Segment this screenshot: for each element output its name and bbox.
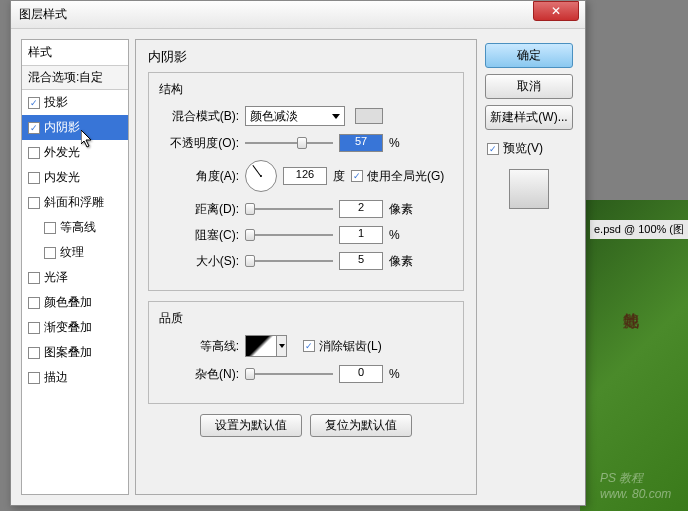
reset-default-button[interactable]: 复位为默认值 bbox=[310, 414, 412, 437]
style-checkbox[interactable] bbox=[28, 97, 40, 109]
style-label: 内阴影 bbox=[44, 119, 80, 136]
set-default-button[interactable]: 设置为默认值 bbox=[200, 414, 302, 437]
style-item-4[interactable]: 斜面和浮雕 bbox=[22, 190, 128, 215]
blend-mode-combo[interactable]: 颜色减淡 bbox=[245, 106, 345, 126]
choke-slider[interactable] bbox=[245, 234, 333, 236]
style-item-3[interactable]: 内发光 bbox=[22, 165, 128, 190]
style-checkbox[interactable] bbox=[28, 372, 40, 384]
style-label: 颜色叠加 bbox=[44, 294, 92, 311]
styles-list: 样式 混合选项:自定 投影内阴影外发光内发光斜面和浮雕等高线纹理光泽颜色叠加渐变… bbox=[21, 39, 129, 495]
contour-label: 等高线: bbox=[159, 338, 239, 355]
antialias-label: 消除锯齿(L) bbox=[319, 338, 382, 355]
global-light-checkbox[interactable] bbox=[351, 170, 363, 182]
styles-header[interactable]: 样式 bbox=[22, 40, 128, 66]
distance-slider[interactable] bbox=[245, 208, 333, 210]
preview-label: 预览(V) bbox=[503, 140, 543, 157]
style-checkbox[interactable] bbox=[28, 172, 40, 184]
preview-swatch bbox=[509, 169, 549, 209]
style-checkbox[interactable] bbox=[28, 122, 40, 134]
antialias-checkbox[interactable] bbox=[303, 340, 315, 352]
style-checkbox[interactable] bbox=[28, 272, 40, 284]
style-label: 斜面和浮雕 bbox=[44, 194, 104, 211]
opacity-slider[interactable] bbox=[245, 142, 333, 144]
style-item-9[interactable]: 渐变叠加 bbox=[22, 315, 128, 340]
contour-swatch[interactable] bbox=[245, 335, 277, 357]
style-label: 光泽 bbox=[44, 269, 68, 286]
structure-group: 结构 混合模式(B): 颜色减淡 不透明度(O): 57 % 角度 bbox=[148, 72, 464, 291]
blend-mode-label: 混合模式(B): bbox=[159, 108, 239, 125]
style-checkbox[interactable] bbox=[28, 147, 40, 159]
style-item-7[interactable]: 光泽 bbox=[22, 265, 128, 290]
style-checkbox[interactable] bbox=[44, 247, 56, 259]
style-label: 渐变叠加 bbox=[44, 319, 92, 336]
style-label: 纹理 bbox=[60, 244, 84, 261]
chevron-down-icon bbox=[332, 114, 340, 119]
bg-watermark: PS 教程 www. 80.com bbox=[600, 470, 671, 501]
style-checkbox[interactable] bbox=[28, 322, 40, 334]
style-item-8[interactable]: 颜色叠加 bbox=[22, 290, 128, 315]
layer-style-dialog: 图层样式 ✕ 样式 混合选项:自定 投影内阴影外发光内发光斜面和浮雕等高线纹理光… bbox=[10, 0, 586, 506]
dialog-title: 图层样式 bbox=[19, 6, 533, 23]
opacity-label: 不透明度(O): bbox=[159, 135, 239, 152]
angle-unit: 度 bbox=[333, 168, 345, 185]
choke-unit: % bbox=[389, 228, 400, 242]
distance-input[interactable]: 2 bbox=[339, 200, 383, 218]
noise-slider[interactable] bbox=[245, 373, 333, 375]
choke-input[interactable]: 1 bbox=[339, 226, 383, 244]
panel-title: 内阴影 bbox=[148, 48, 464, 66]
quality-title: 品质 bbox=[159, 310, 453, 327]
size-slider[interactable] bbox=[245, 260, 333, 262]
cancel-button[interactable]: 取消 bbox=[485, 74, 573, 99]
size-unit: 像素 bbox=[389, 253, 413, 270]
angle-input[interactable]: 126 bbox=[283, 167, 327, 185]
style-checkbox[interactable] bbox=[44, 222, 56, 234]
structure-title: 结构 bbox=[159, 81, 453, 98]
style-label: 描边 bbox=[44, 369, 68, 386]
noise-unit: % bbox=[389, 367, 400, 381]
style-item-6[interactable]: 纹理 bbox=[22, 240, 128, 265]
noise-input[interactable]: 0 bbox=[339, 365, 383, 383]
style-item-2[interactable]: 外发光 bbox=[22, 140, 128, 165]
style-label: 内发光 bbox=[44, 169, 80, 186]
ok-button[interactable]: 确定 bbox=[485, 43, 573, 68]
dialog-buttons: 确定 取消 新建样式(W)... 预览(V) bbox=[483, 39, 575, 495]
style-item-5[interactable]: 等高线 bbox=[22, 215, 128, 240]
style-item-1[interactable]: 内阴影 bbox=[22, 115, 128, 140]
document-tab[interactable]: e.psd @ 100% (图 bbox=[590, 220, 688, 239]
angle-label: 角度(A): bbox=[159, 168, 239, 185]
noise-label: 杂色(N): bbox=[159, 366, 239, 383]
style-label: 投影 bbox=[44, 94, 68, 111]
preview-checkbox[interactable] bbox=[487, 143, 499, 155]
distance-unit: 像素 bbox=[389, 201, 413, 218]
distance-label: 距离(D): bbox=[159, 201, 239, 218]
global-light-label: 使用全局光(G) bbox=[367, 168, 444, 185]
choke-label: 阻塞(C): bbox=[159, 227, 239, 244]
contour-dropdown[interactable] bbox=[277, 335, 287, 357]
style-checkbox[interactable] bbox=[28, 347, 40, 359]
style-checkbox[interactable] bbox=[28, 297, 40, 309]
background-image: 他她我等 PS 教程 www. 80.com bbox=[580, 200, 688, 511]
style-checkbox[interactable] bbox=[28, 197, 40, 209]
style-label: 等高线 bbox=[60, 219, 96, 236]
blend-options-item[interactable]: 混合选项:自定 bbox=[22, 66, 128, 90]
new-style-button[interactable]: 新建样式(W)... bbox=[485, 105, 573, 130]
shadow-color-swatch[interactable] bbox=[355, 108, 383, 124]
style-label: 图案叠加 bbox=[44, 344, 92, 361]
opacity-unit: % bbox=[389, 136, 400, 150]
settings-panel: 内阴影 结构 混合模式(B): 颜色减淡 不透明度(O): 57 % bbox=[135, 39, 477, 495]
style-label: 外发光 bbox=[44, 144, 80, 161]
quality-group: 品质 等高线: 消除锯齿(L) 杂色(N): 0 bbox=[148, 301, 464, 404]
style-item-0[interactable]: 投影 bbox=[22, 90, 128, 115]
titlebar[interactable]: 图层样式 ✕ bbox=[11, 1, 585, 29]
close-button[interactable]: ✕ bbox=[533, 1, 579, 21]
style-item-10[interactable]: 图案叠加 bbox=[22, 340, 128, 365]
style-item-11[interactable]: 描边 bbox=[22, 365, 128, 390]
opacity-input[interactable]: 57 bbox=[339, 134, 383, 152]
angle-dial[interactable] bbox=[245, 160, 277, 192]
size-label: 大小(S): bbox=[159, 253, 239, 270]
size-input[interactable]: 5 bbox=[339, 252, 383, 270]
